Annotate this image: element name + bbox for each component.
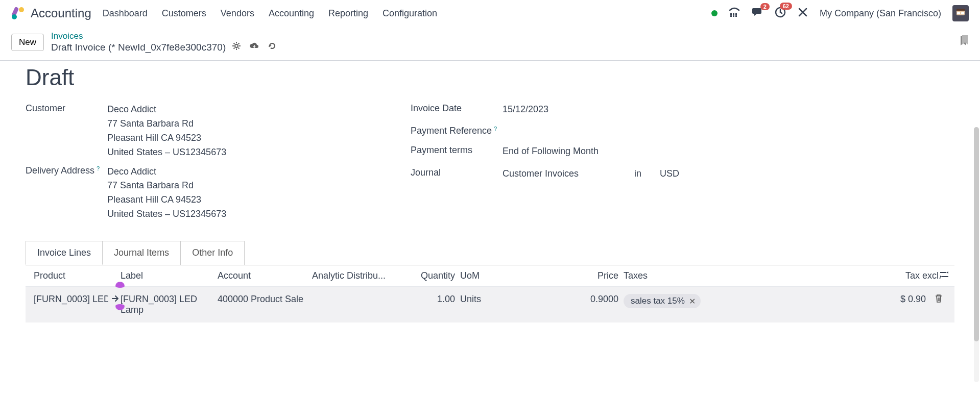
app-name[interactable]: Accounting [31,6,91,20]
messages-badge: 2 [760,3,770,10]
nav-configuration[interactable]: Configuration [383,8,437,19]
avatar[interactable] [952,5,969,21]
col-analytic[interactable]: Analytic Distribu... [312,270,414,281]
price-cell[interactable]: 0.9000 [521,294,624,305]
qty-cell[interactable]: 1.00 [414,294,460,305]
journal-value[interactable]: Customer Invoices [503,167,625,181]
delivery-name: Deco Addict [107,165,411,179]
breadcrumb-bar: New Invoices Draft Invoice (* NewId_0x7f… [0,27,980,61]
svg-point-15 [235,44,238,47]
col-account[interactable]: Account [218,270,312,281]
col-price[interactable]: Price [521,270,624,281]
content: Draft Customer Deco Addict 77 Santa Barb… [0,61,980,327]
col-taxexcl[interactable]: Tax excl. [736,270,946,281]
delivery-line1: 77 Santa Barbara Rd [107,179,411,193]
customer-line2: Pleasant Hill CA 94523 [107,131,411,145]
svg-point-2 [19,7,24,12]
nav-dashboard[interactable]: Dashboard [103,8,148,19]
account-cell[interactable]: 400000 Product Sale [218,294,312,305]
col-taxes[interactable]: Taxes [624,270,736,281]
col-product[interactable]: Product [34,270,121,281]
customer-line1: 77 Santa Barbara Rd [107,117,411,131]
company-switcher[interactable]: My Company (San Francisco) [820,8,941,19]
tab-journal-items[interactable]: Journal Items [102,241,181,265]
svg-rect-14 [957,9,965,11]
svg-rect-3 [730,13,732,15]
journal-label: Journal [411,167,503,181]
columns-settings-icon[interactable] [939,270,949,281]
bookmark-icon[interactable] [960,35,969,50]
col-uom[interactable]: UoM [460,270,521,281]
svg-rect-6 [730,15,732,17]
customer-line3: United States – US12345673 [107,145,411,160]
customer-name: Deco Addict [107,103,411,117]
app-logo[interactable] [11,7,25,20]
open-record-icon[interactable] [111,294,119,305]
col-quantity[interactable]: Quantity [414,270,460,281]
journal-currency[interactable]: USD [660,167,679,181]
cloud-save-icon[interactable] [249,41,259,53]
activities-icon[interactable]: 62 [775,7,786,20]
gear-icon[interactable] [232,41,241,53]
product-input[interactable] [34,294,108,305]
connection-status-icon [711,10,718,16]
invoice-date-value[interactable]: 15/12/2023 [503,103,954,117]
activities-badge: 62 [780,3,792,10]
svg-rect-4 [733,13,734,15]
delivery-label: Delivery Address? [26,165,107,222]
table-row[interactable]: [FURN_0003] LED Lamp 400000 Product Sale… [26,287,954,323]
table-header: Product Label Account Analytic Distribu.… [26,265,954,287]
payref-value[interactable] [503,125,954,136]
tab-other-info[interactable]: Other Info [180,241,245,265]
tools-icon[interactable] [797,7,808,20]
taxexcl-cell: $ 0.90 [736,294,931,305]
breadcrumb-link-invoices[interactable]: Invoices [51,31,277,41]
svg-point-1 [12,14,17,19]
customer-value[interactable]: Deco Addict 77 Santa Barbara Rd Pleasant… [107,103,411,160]
phone-icon[interactable] [729,7,740,19]
tax-tag[interactable]: sales tax 15% ✕ [624,294,701,308]
main-nav: Dashboard Customers Vendors Accounting R… [103,8,437,19]
vertical-scrollbar[interactable] [974,127,979,382]
breadcrumb-current: Draft Invoice (* NewId_0x7fe8e300c370) [51,41,277,53]
remove-tag-icon[interactable]: ✕ [689,296,696,306]
journal-in: in [634,167,641,181]
scrollbar-thumb[interactable] [974,127,979,341]
nav-vendors[interactable]: Vendors [221,8,254,19]
customer-label: Customer [26,103,107,160]
discard-icon[interactable] [268,41,277,53]
topbar-right: 2 62 My Company (San Francisco) [711,5,969,21]
delivery-line3: United States – US12345673 [107,207,411,221]
uom-cell[interactable]: Units [460,294,521,305]
invoice-lines-table: Product Label Account Analytic Distribu.… [26,265,954,323]
delete-line-icon[interactable] [935,295,943,305]
messages-icon[interactable]: 2 [751,7,763,19]
nav-customers[interactable]: Customers [162,8,206,19]
invoice-date-label: Invoice Date [411,103,503,117]
svg-rect-8 [735,15,737,17]
payterms-label: Payment terms [411,144,503,159]
svg-rect-12 [957,12,960,14]
new-button[interactable]: New [11,34,44,51]
col-label[interactable]: Label [121,270,218,281]
help-icon[interactable]: ? [97,165,100,171]
nav-reporting[interactable]: Reporting [328,8,368,19]
tabs: Invoice Lines Journal Items Other Info [26,241,954,265]
taxes-cell[interactable]: sales tax 15% ✕ [624,294,736,308]
delivery-line2: Pleasant Hill CA 94523 [107,193,411,207]
page-title: Draft [26,65,954,90]
cursor-indicator-icon [115,282,125,288]
nav-accounting[interactable]: Accounting [269,8,314,19]
svg-rect-5 [735,13,737,15]
payterms-value[interactable]: End of Following Month [503,144,954,159]
breadcrumb-title: Draft Invoice (* NewId_0x7fe8e300c370) [51,42,226,53]
tab-invoice-lines[interactable]: Invoice Lines [26,241,103,265]
delivery-value[interactable]: Deco Addict 77 Santa Barbara Rd Pleasant… [107,165,411,222]
help-icon[interactable]: ? [494,126,497,132]
svg-rect-7 [733,15,734,17]
topbar: Accounting Dashboard Customers Vendors A… [0,0,980,27]
svg-rect-13 [961,12,964,14]
payref-label: Payment Reference? [411,125,503,136]
label-cell[interactable]: [FURN_0003] LED Lamp [121,294,218,315]
